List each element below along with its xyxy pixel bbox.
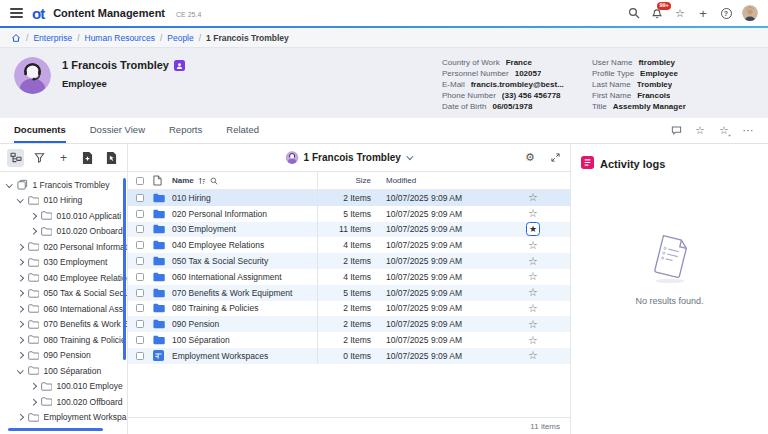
size-column-header[interactable]: Size	[318, 176, 376, 185]
tab-dossier-view[interactable]: Dossier View	[90, 118, 145, 143]
table-footer: 11 items	[128, 417, 570, 434]
table-row[interactable]: 030 Employment11 Items10/07/2025 9:09 AM…	[128, 222, 570, 238]
notifications-icon[interactable]: 99+	[650, 6, 664, 20]
document-list-pane: 1 Francois Trombley ⚙ Name	[128, 144, 571, 434]
breadcrumb-enterprise[interactable]: Enterprise	[33, 33, 72, 43]
breadcrumb-people[interactable]: People	[167, 33, 193, 43]
row-checkbox[interactable]	[136, 289, 144, 297]
folder-icon	[153, 335, 172, 345]
manage-favorites-icon[interactable]: ☆+	[718, 125, 730, 137]
table-row[interactable]: 020 Personal Information5 Items10/07/202…	[128, 206, 570, 222]
tree-item[interactable]: 010.010 Applicati	[0, 208, 127, 224]
select-all-checkbox[interactable]	[136, 177, 144, 185]
row-checkbox[interactable]	[136, 210, 144, 218]
row-checkbox[interactable]	[136, 304, 144, 312]
tree-item[interactable]: 100 Séparation	[0, 363, 127, 379]
home-icon[interactable]	[10, 32, 21, 43]
row-checkbox[interactable]	[136, 273, 144, 281]
item-count: 11 items	[530, 422, 560, 431]
document-add-icon[interactable]	[79, 149, 96, 167]
folder-icon	[153, 240, 172, 250]
tree-item[interactable]: 100.010 Employe	[0, 379, 127, 395]
workspace-type-icon	[174, 60, 185, 71]
table-row[interactable]: 040 Employee Relations4 Items10/07/2025 …	[128, 237, 570, 253]
row-favorite-icon[interactable]: ☆	[528, 256, 538, 267]
row-checkbox[interactable]	[136, 241, 144, 249]
table-row[interactable]: 080 Training & Policies2 Items10/07/2025…	[128, 301, 570, 317]
row-favorite-icon[interactable]: ☆	[528, 271, 538, 282]
row-checkbox[interactable]	[136, 194, 144, 202]
settings-icon[interactable]: ⚙	[523, 151, 537, 165]
row-favorite-icon[interactable]: ☆	[528, 303, 538, 314]
row-favorite-icon[interactable]: ☆	[528, 208, 538, 219]
tree-item[interactable]: 070 Benefits & Work E	[0, 317, 127, 333]
tree-item[interactable]: 090 Pension	[0, 348, 127, 364]
table-row[interactable]: 010 Hiring2 Items10/07/2025 9:09 AM☆	[128, 190, 570, 206]
workspace-title-dropdown[interactable]: 1 Francois Trombley	[286, 151, 413, 164]
empty-state-text: No results found.	[635, 296, 703, 306]
workspace-icon	[153, 350, 172, 361]
favorites-icon[interactable]: ☆	[673, 6, 687, 20]
breadcrumb-human-resources[interactable]: Human Resources	[85, 33, 155, 43]
modified-column-header[interactable]: Modified	[376, 176, 496, 185]
tab-related[interactable]: Related	[226, 118, 259, 143]
folder-icon	[153, 209, 172, 219]
name-column-header[interactable]: Name	[172, 172, 318, 189]
tree-item[interactable]: 060 International Assi	[0, 301, 127, 317]
tree-item[interactable]: 040 Employee Relation	[0, 270, 127, 286]
tree-item-root[interactable]: 1 Francois Trombley	[0, 177, 127, 193]
comments-icon[interactable]	[670, 125, 682, 137]
tree-item[interactable]: 080 Training & Policie	[0, 332, 127, 348]
table-row[interactable]: 050 Tax & Social Security2 Items10/07/20…	[128, 253, 570, 269]
tab-reports[interactable]: Reports	[169, 118, 202, 143]
table-row[interactable]: Employment Workspaces0 Items10/07/2025 9…	[128, 348, 570, 364]
row-favorite-icon[interactable]: ☆	[528, 240, 538, 251]
search-icon[interactable]	[627, 6, 641, 20]
column-search-icon	[210, 177, 218, 185]
row-favorite-icon[interactable]: ☆	[528, 335, 538, 346]
menu-icon[interactable]	[10, 8, 23, 18]
table-header: Name Size Modified	[128, 172, 570, 190]
row-favorite-icon[interactable]: ☆	[528, 287, 538, 298]
sort-ascending-icon	[198, 177, 206, 185]
tree-item[interactable]: 030 Employment	[0, 255, 127, 271]
table-row[interactable]: 100 Séparation2 Items10/07/2025 9:09 AM☆	[128, 332, 570, 348]
folder-icon	[153, 303, 172, 313]
row-favorite-icon[interactable]: ☆	[528, 350, 538, 361]
type-column-icon[interactable]	[153, 175, 172, 186]
add-icon[interactable]: +	[696, 6, 710, 20]
more-options-icon[interactable]: ⋯	[742, 125, 754, 137]
add-item-icon[interactable]: +	[55, 149, 72, 167]
tree-item[interactable]: 020 Personal Informat	[0, 239, 127, 255]
tree-item[interactable]: 050 Tax & Social Secu	[0, 286, 127, 302]
tree-view-toggle-icon[interactable]	[7, 149, 24, 167]
tree-horizontal-scrollbar[interactable]	[8, 428, 103, 432]
table-row[interactable]: 060 International Assignment4 Items10/07…	[128, 269, 570, 285]
user-avatar[interactable]	[742, 5, 758, 21]
tab-documents[interactable]: Documents	[14, 118, 66, 143]
profile-header: 1 Francois Trombley Employee Country of …	[0, 48, 768, 118]
row-checkbox[interactable]	[136, 336, 144, 344]
table-rows: 010 Hiring2 Items10/07/2025 9:09 AM☆ 020…	[128, 190, 570, 417]
row-checkbox[interactable]	[136, 257, 144, 265]
table-row[interactable]: 070 Benefits & Work Equipment5 Items10/0…	[128, 285, 570, 301]
table-row[interactable]: 090 Pension2 Items10/07/2025 9:09 AM☆	[128, 316, 570, 332]
tree-item[interactable]: 010 Hiring	[0, 193, 127, 209]
row-favorite-icon[interactable]: ☆	[528, 192, 538, 203]
row-favorite-icon[interactable]: ☆	[528, 319, 538, 330]
help-icon[interactable]: ?	[719, 6, 733, 20]
tree-item[interactable]: 010.020 Onboardi	[0, 224, 127, 240]
tab-bar: Documents Dossier View Reports Related ☆…	[0, 118, 768, 144]
expand-icon[interactable]	[548, 151, 562, 165]
row-favorite-icon-active[interactable]: ★	[526, 222, 540, 236]
filter-icon[interactable]	[31, 149, 48, 167]
row-checkbox[interactable]	[136, 352, 144, 360]
tree-vertical-scrollbar[interactable]	[123, 178, 126, 360]
favorite-icon[interactable]: ☆	[694, 125, 706, 137]
tree-item[interactable]: 100.020 Offboard	[0, 394, 127, 410]
top-bar: ot Content Management CE 25.4 99+ ☆ + ?	[0, 0, 768, 26]
row-checkbox[interactable]	[136, 320, 144, 328]
document-select-icon[interactable]	[103, 149, 120, 167]
row-checkbox[interactable]	[136, 225, 144, 233]
tree-item[interactable]: Employment Workspa	[0, 410, 127, 426]
